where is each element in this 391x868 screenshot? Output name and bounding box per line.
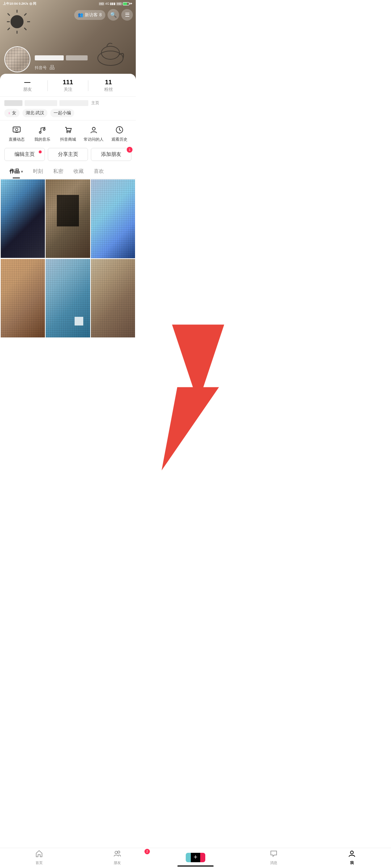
visited-label: 常访问的人 [84, 137, 104, 142]
tab-private-label: 私密 [53, 168, 63, 175]
intro-text: 一起小编 [54, 110, 71, 116]
username-block-1 [35, 55, 64, 60]
status-bar: 上午10:04 0.2K/s ◎ 同 HD 4G ▮▮▮ HD ✦ [0, 0, 136, 7]
svg-line-2 [24, 13, 26, 16]
stat-fans[interactable]: 11 粉丝 [88, 79, 129, 93]
tab-favorites[interactable]: 收藏 [68, 165, 89, 178]
white-block-5 [75, 317, 83, 326]
history-label: 观看历史 [112, 137, 127, 142]
add-friend-label: 添加朋友 [101, 151, 121, 158]
tab-works-label: 作品 [9, 168, 20, 175]
avatar-section: 抖音号 品 [4, 46, 88, 72]
black-block-2 [57, 195, 79, 226]
tab-favorites-label: 收藏 [73, 168, 84, 175]
stat-following-number: 111 [48, 79, 88, 86]
status-hd: HD [99, 2, 105, 5]
visitor-count: 8 [99, 12, 102, 17]
svg-point-15 [39, 132, 41, 133]
stat-friends[interactable]: — 朋友 [7, 79, 47, 93]
stat-fans-label: 粉丝 [88, 86, 129, 93]
name-badge-3 [59, 100, 88, 106]
status-hd2: HD [116, 2, 122, 5]
pixel-overlay-1 [1, 179, 45, 258]
nav-history[interactable]: 观看历史 [106, 125, 132, 142]
action-buttons: 编辑主页 分享主页 添加朋友 1 [0, 146, 136, 165]
svg-line-6 [8, 28, 10, 30]
visited-icon [89, 125, 99, 135]
live-svg-icon [12, 125, 21, 135]
history-svg-icon [115, 125, 124, 135]
header-top-buttons: 👥 新访客 8 🔍 ☰ [74, 9, 133, 21]
shop-label: 抖音商城 [60, 137, 76, 142]
tab-arrow-icon: ▾ [21, 170, 23, 174]
nav-shop[interactable]: 抖音商城 [55, 125, 81, 142]
share-homepage-button[interactable]: 分享主页 [48, 148, 88, 161]
visitor-button[interactable]: 👥 新访客 8 [74, 10, 105, 20]
decorative-sun [5, 9, 31, 34]
video-thumb-6[interactable] [91, 259, 135, 338]
visited-svg-icon [89, 125, 98, 135]
svg-point-19 [92, 127, 95, 130]
live-label: 直播动态 [9, 137, 25, 142]
pixel-overlay-4 [1, 259, 45, 337]
status-time: 上午10:04 0.2K/s ◎ 同 [3, 1, 36, 6]
live-icon [12, 125, 22, 135]
svg-line-8 [8, 13, 10, 16]
search-button[interactable]: 🔍 [108, 9, 119, 21]
pixel-overlay-3 [91, 179, 135, 258]
edit-homepage-label: 编辑主页 [14, 151, 35, 158]
badges-row: 主页 [4, 100, 131, 106]
edit-label: 主页 [91, 100, 99, 106]
stat-following[interactable]: 111 关注 [48, 79, 88, 93]
visitor-label: 新访客 [85, 12, 98, 18]
battery-icon [123, 2, 129, 5]
menu-button[interactable]: ☰ [121, 9, 133, 21]
video-thumb-5[interactable] [46, 259, 90, 337]
svg-line-4 [24, 28, 26, 30]
music-label: 我的音乐 [34, 137, 50, 142]
svg-point-18 [69, 131, 71, 133]
add-friend-badge: 1 [127, 147, 133, 153]
tab-likes[interactable]: 喜欢 [89, 165, 109, 178]
svg-point-16 [43, 129, 45, 131]
status-4g: 4G [105, 2, 109, 5]
svg-rect-13 [15, 132, 18, 133]
douyin-id-label: 抖音号 [35, 65, 47, 71]
video-thumb-4[interactable] [1, 259, 45, 337]
tags-row: ♀ 女 湖北·武汉 一起小编 [4, 109, 131, 117]
nav-live[interactable]: 直播动态 [4, 125, 29, 142]
bluetooth-icon: ✦ [130, 2, 133, 5]
content-tabs: 作品 ▾ 时刻 私密 收藏 喜欢 [0, 165, 136, 179]
svg-point-0 [10, 15, 24, 28]
gender-badge: ♀ 女 [4, 109, 20, 117]
tab-private[interactable]: 私密 [48, 165, 68, 178]
location-badge: 湖北·武汉 [22, 109, 47, 117]
profile-card: — 朋友 111 关注 11 粉丝 主页 [0, 74, 136, 338]
avatar[interactable] [4, 46, 30, 72]
svg-rect-11 [13, 127, 20, 132]
stat-following-label: 关注 [48, 86, 88, 93]
intro-badge: 一起小编 [50, 109, 74, 117]
video-thumb-2[interactable] [46, 179, 90, 258]
music-icon [37, 125, 47, 135]
visitor-icon: 👥 [78, 12, 83, 17]
stat-friends-label: 朋友 [7, 86, 47, 93]
edit-homepage-button[interactable]: 编辑主页 [4, 148, 45, 161]
history-icon [114, 125, 125, 135]
video-thumb-1[interactable] [1, 179, 45, 258]
tab-moments[interactable]: 时刻 [28, 165, 48, 178]
add-friend-button[interactable]: 添加朋友 1 [91, 148, 131, 161]
tab-works[interactable]: 作品 ▾ [4, 165, 28, 178]
stats-row: — 朋友 111 关注 11 粉丝 [0, 74, 136, 97]
edit-info-area: 主页 ♀ 女 湖北·武汉 一起小编 [0, 97, 136, 120]
nav-visited[interactable]: 常访问的人 [81, 125, 106, 142]
stat-friends-number: — [7, 79, 47, 86]
nav-music[interactable]: 我的音乐 [29, 125, 55, 142]
video-thumb-3[interactable] [91, 179, 135, 258]
status-right: HD 4G ▮▮▮ HD ✦ [99, 2, 133, 5]
battery-fill [123, 3, 127, 5]
edit-dot-badge [39, 150, 42, 153]
gender-icon: ♀ [8, 111, 11, 116]
tab-likes-label: 喜欢 [94, 168, 104, 175]
location-label: 湖北·武汉 [26, 110, 44, 116]
